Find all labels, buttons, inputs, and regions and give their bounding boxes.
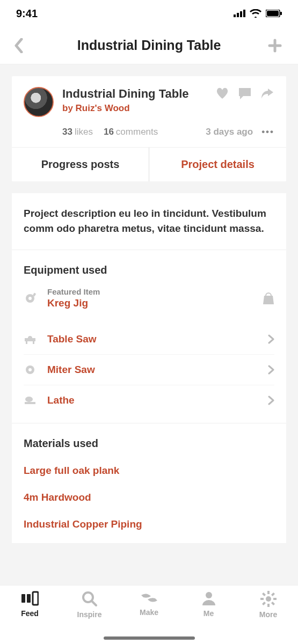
svg-rect-28 <box>260 598 264 600</box>
gear-icon <box>260 591 277 607</box>
equipment-heading: Equipment used <box>24 264 274 276</box>
timestamp: 3 days ago <box>206 127 253 137</box>
details-section: Project description eu leo in tincidunt.… <box>12 193 286 543</box>
material-row[interactable]: 4m Hardwood <box>24 484 274 511</box>
svg-point-24 <box>206 592 212 598</box>
equipment-row[interactable]: Lathe <box>24 385 274 415</box>
svg-line-23 <box>92 601 96 605</box>
svg-rect-14 <box>33 341 34 344</box>
shopping-bag-icon[interactable] <box>263 292 274 305</box>
bottom-nav: Feed Inspire Make Me More <box>0 585 298 644</box>
project-description: Project description eu leo in tincidunt.… <box>24 206 274 236</box>
miter-saw-icon <box>24 363 40 376</box>
svg-rect-13 <box>26 341 27 344</box>
svg-rect-1 <box>237 13 239 17</box>
svg-rect-5 <box>267 11 279 16</box>
svg-rect-6 <box>280 12 282 15</box>
table-saw-icon <box>24 333 40 346</box>
material-row[interactable]: Industrial Copper Piping <box>24 511 274 538</box>
post-title: Industrial Dining Table <box>62 87 215 101</box>
svg-rect-31 <box>261 602 265 605</box>
tab-project-details[interactable]: Project details <box>149 148 286 181</box>
svg-point-16 <box>28 368 32 371</box>
home-indicator <box>104 636 195 640</box>
chevron-right-icon <box>268 334 274 344</box>
person-icon <box>201 591 216 606</box>
chevron-right-icon <box>268 365 274 375</box>
page-title: Industrial Dining Table <box>30 38 268 53</box>
cellular-icon <box>234 10 245 17</box>
materials-heading: Materials used <box>24 437 274 450</box>
svg-point-25 <box>266 596 271 602</box>
svg-rect-0 <box>234 14 236 17</box>
add-button[interactable] <box>268 39 284 53</box>
svg-point-17 <box>25 397 33 402</box>
search-icon <box>82 591 98 607</box>
tab-progress-posts[interactable]: Progress posts <box>12 148 149 181</box>
make-icon <box>140 591 158 605</box>
nav-feed[interactable]: Feed <box>0 591 60 644</box>
svg-rect-19 <box>21 594 25 603</box>
svg-rect-3 <box>243 10 245 17</box>
featured-label: Featured Item <box>47 287 263 296</box>
equipment-row[interactable]: Table Saw <box>24 324 274 354</box>
svg-rect-20 <box>27 594 31 603</box>
like-icon[interactable] <box>215 87 229 100</box>
chevron-right-icon <box>268 396 274 405</box>
tool-icon <box>24 292 40 305</box>
feed-icon <box>21 591 39 606</box>
nav-bar: Industrial Dining Table <box>0 27 298 64</box>
wifi-icon <box>250 9 261 18</box>
svg-rect-21 <box>33 592 38 605</box>
avatar[interactable] <box>24 87 54 117</box>
svg-rect-29 <box>273 598 277 600</box>
svg-rect-33 <box>271 602 274 605</box>
svg-rect-12 <box>25 338 35 341</box>
status-indicators <box>234 9 282 18</box>
post-card: Industrial Dining Table by Ruiz's Wood <box>12 76 286 181</box>
equipment-row[interactable]: Miter Saw <box>24 354 274 385</box>
more-options-button[interactable]: ••• <box>261 127 274 137</box>
nav-more[interactable]: More <box>238 591 298 644</box>
back-button[interactable] <box>14 38 30 53</box>
svg-rect-30 <box>271 592 274 596</box>
status-bar: 9:41 <box>0 0 298 27</box>
svg-rect-2 <box>240 11 242 17</box>
svg-point-10 <box>28 297 32 300</box>
post-meta: 33likes 16comments 3 days ago ••• <box>12 123 286 147</box>
post-author-link[interactable]: by Ruiz's Wood <box>62 103 215 114</box>
svg-rect-26 <box>267 591 270 594</box>
featured-equipment-name: Kreg Jig <box>47 297 263 309</box>
share-icon[interactable] <box>260 87 274 100</box>
svg-rect-32 <box>261 592 265 596</box>
lathe-icon <box>24 394 40 407</box>
tab-bar: Progress posts Project details <box>12 147 286 181</box>
material-row[interactable]: Large full oak plank <box>24 457 274 484</box>
svg-rect-18 <box>25 402 35 404</box>
comment-icon[interactable] <box>238 87 252 100</box>
featured-equipment-row[interactable]: Featured Item Kreg Jig <box>24 284 274 317</box>
status-time: 9:41 <box>16 8 38 20</box>
battery-icon <box>266 10 282 17</box>
svg-rect-27 <box>267 604 270 607</box>
